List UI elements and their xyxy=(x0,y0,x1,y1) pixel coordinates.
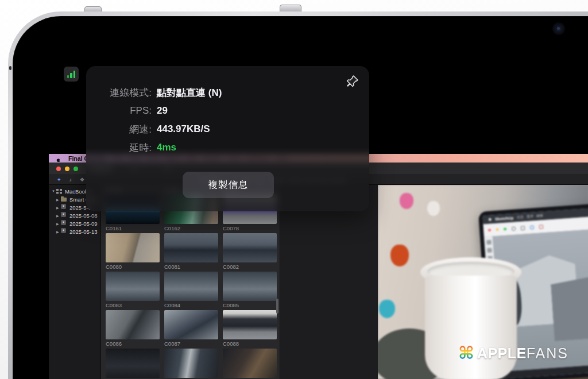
zoom-window-button[interactable] xyxy=(74,167,78,171)
clip-thumbnail[interactable] xyxy=(223,233,277,262)
clip-label: C0086 xyxy=(106,341,160,347)
clip-thumbnail[interactable] xyxy=(164,349,218,378)
close-window-button[interactable] xyxy=(56,167,61,171)
sidebar-item-icon xyxy=(61,221,67,226)
stat-label: 網速: xyxy=(94,123,152,136)
disclosure-triangle-icon[interactable]: ▶ xyxy=(56,198,61,202)
sidebar-item-icon xyxy=(56,189,63,194)
clip-thumbnail[interactable] xyxy=(164,310,218,339)
stat-row: FPS: 29 xyxy=(86,102,369,120)
clip-cell[interactable] xyxy=(223,349,277,379)
clip-label: C0161 xyxy=(106,225,160,231)
sidebar-item-icon xyxy=(61,205,67,210)
clip-label: C0162 xyxy=(164,225,218,231)
signal-strength-badge[interactable] xyxy=(64,67,79,82)
clip-cell[interactable]: C0086 xyxy=(106,310,160,349)
command-symbol-logo: ⌘ xyxy=(458,345,474,362)
front-camera xyxy=(552,22,565,35)
clip-thumbnail[interactable] xyxy=(164,272,218,301)
disclosure-triangle-icon[interactable]: ▶ xyxy=(56,214,61,218)
clip-cell[interactable]: C0081 xyxy=(164,233,218,272)
sketchup-menu-item: 信息 xyxy=(517,215,524,221)
sidebar-item-label: 2025-05-13 xyxy=(69,229,98,235)
sketchup-menu-item: 繪圖 xyxy=(536,213,544,219)
pen-tool-icon xyxy=(539,225,543,229)
clip-cell[interactable]: C0080 xyxy=(106,233,160,272)
stat-value: 4ms xyxy=(157,142,176,153)
clip-grid: C0156 C0158 C0160 C0161 xyxy=(101,185,280,379)
sidebar-item[interactable]: ▶ 2025-05-09 xyxy=(49,219,100,227)
sidebar-item[interactable]: ▶ 2025-05-13 xyxy=(49,227,100,235)
apple-menu-icon[interactable] xyxy=(56,155,61,161)
clip-cell[interactable]: C0082 xyxy=(223,233,277,272)
clip-thumbnail[interactable] xyxy=(223,349,277,378)
yellow-dot xyxy=(496,228,498,231)
titles-generators-tab-icon[interactable]: ❖ xyxy=(80,177,84,183)
stat-value: 點對點直連 (N) xyxy=(157,86,222,99)
sidebar-item-icon xyxy=(61,229,67,234)
tablet-screen: Final Cut Pro FileEditTrimMarkClipModify… xyxy=(13,16,588,379)
sketchup-title: SketchUp xyxy=(495,216,514,221)
clip-thumbnail[interactable] xyxy=(106,233,160,262)
sidebar-item-label: 2025-05-08 xyxy=(69,212,98,219)
clip-thumbnail[interactable] xyxy=(106,310,160,339)
stat-label: 延時: xyxy=(94,141,152,154)
library-tab-icon[interactable]: ✦ xyxy=(57,177,61,183)
clip-cell[interactable]: C0085 xyxy=(223,272,277,310)
fcp-clip-browser: C0156 C0158 C0160 C0161 xyxy=(101,185,280,379)
sidebar-item-icon xyxy=(61,213,67,218)
disclosure-triangle-icon[interactable]: ▶ xyxy=(56,222,61,226)
pin-button[interactable] xyxy=(345,74,360,88)
clip-thumbnail[interactable] xyxy=(164,233,218,262)
clip-cell[interactable] xyxy=(106,349,160,379)
disclosure-triangle-icon[interactable]: ▶ xyxy=(56,230,61,234)
apple-sticker-teal xyxy=(379,300,395,318)
stat-row: 網速: 443.97KB/S xyxy=(86,120,369,138)
clip-label: C0081 xyxy=(164,264,218,270)
signal-bar-icon xyxy=(67,75,69,78)
clip-label: C0084 xyxy=(164,302,218,308)
clip-cell[interactable]: C0087 xyxy=(164,310,218,349)
magnifier-tool-icon xyxy=(511,226,515,230)
clip-label: C0078 xyxy=(223,225,277,231)
model-building-shadow xyxy=(550,274,588,341)
stat-label: FPS: xyxy=(94,105,152,117)
clip-cell[interactable]: C0084 xyxy=(164,272,218,310)
clip-cell[interactable] xyxy=(164,349,218,379)
eraser-tool-icon xyxy=(529,225,533,229)
sidebar-item[interactable]: ▶ 2025-05-08 xyxy=(49,211,100,219)
minimize-window-button[interactable] xyxy=(65,167,69,171)
clip-label: C0082 xyxy=(223,264,277,270)
sketchup-menu-items: 信息選擇繪圖 xyxy=(517,213,544,220)
clip-label: C0087 xyxy=(164,341,218,347)
clip-thumbnail[interactable] xyxy=(106,272,160,301)
clip-label: C0088 xyxy=(223,341,277,347)
disclosure-triangle-icon[interactable]: ▶ xyxy=(56,206,61,210)
clip-thumbnail[interactable] xyxy=(106,349,160,378)
stat-row: 連線模式: 點對點直連 (N) xyxy=(86,83,369,102)
photos-audio-tab-icon[interactable]: ♪ xyxy=(69,177,72,183)
clip-thumbnail[interactable] xyxy=(223,272,277,301)
clip-label: C0083 xyxy=(106,302,160,308)
copy-info-button[interactable]: 複製信息 xyxy=(183,172,274,198)
watermark-fans-text: FANS xyxy=(527,345,568,362)
sketchup-menu-item: 選擇 xyxy=(527,214,534,219)
microphone-dot xyxy=(9,66,11,70)
select-tool-icon xyxy=(520,226,524,230)
clip-cell[interactable]: C0083 xyxy=(106,272,160,310)
stats-rows: 連線模式: 點對點直連 (N) FPS: 29 網速: 443.97KB/S 延… xyxy=(86,83,369,157)
stat-value: 29 xyxy=(157,105,168,117)
stat-row: 延時: 4ms xyxy=(86,138,369,157)
disclosure-triangle-icon[interactable]: ▼ xyxy=(52,190,56,193)
coffee-cup xyxy=(425,276,517,379)
clip-label: C0080 xyxy=(106,264,160,270)
clip-thumbnail[interactable] xyxy=(223,310,277,339)
green-dot xyxy=(504,228,506,231)
watermark-apple-text: APPLE xyxy=(477,345,527,362)
browser-scrollbar[interactable] xyxy=(276,299,278,314)
sidebar-item-label: 2025-05-09 xyxy=(69,221,98,227)
tablet-bezel-edge: Final Cut Pro FileEditTrimMarkClipModify… xyxy=(8,11,588,379)
stat-value: 443.97KB/S xyxy=(157,123,210,135)
clip-cell[interactable]: C0088 xyxy=(223,310,277,349)
fcp-viewer: SketchUp 信息選擇繪圖 xyxy=(378,185,588,379)
